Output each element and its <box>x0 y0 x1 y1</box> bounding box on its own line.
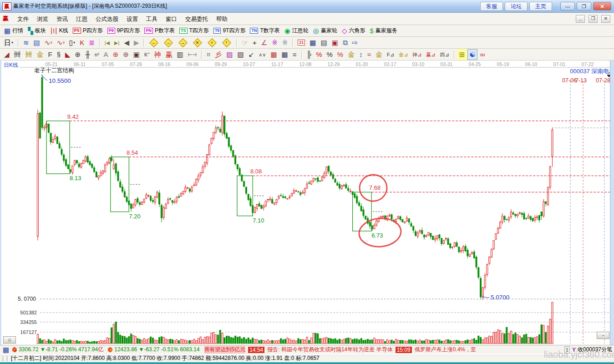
diamond-left-icon[interactable]: ← <box>147 37 161 48</box>
trend-curve-icon[interactable]: ≋ <box>21 37 31 48</box>
knife-tool-icon[interactable]: ◢ <box>2 49 11 60</box>
memo-icon[interactable]: ▤ <box>319 37 329 48</box>
vertical-scrollbar[interactable] <box>610 61 614 345</box>
circle-grid-icon[interactable]: ⊕ <box>73 49 83 60</box>
gann-flower-icon[interactable]: ※ <box>270 37 279 48</box>
frame-tool-icon[interactable]: ⌗ <box>205 49 212 60</box>
save-icon[interactable]: ▣ <box>330 37 340 48</box>
quotes-button[interactable]: ▦行情 <box>2 25 25 36</box>
news-ticker[interactable]: 将有望达到5亿元14:54报告: 韩国今年贸易收支或时隔14年转为逆差 半导体1… <box>203 346 563 354</box>
a-ruler-icon[interactable]: A <box>102 49 110 60</box>
prev-page-icon[interactable]: ◀ <box>122 37 131 48</box>
shen-tool-icon[interactable]: 神 <box>152 49 163 60</box>
updown-icon[interactable]: ↕ <box>357 49 365 60</box>
fan-box2-icon[interactable]: ▧ <box>236 49 246 60</box>
candle-style-dropdown[interactable]: ▯▾ <box>67 37 77 48</box>
maximize-button[interactable]: ❐ <box>577 2 591 10</box>
f10-panel-icon[interactable]: ▤ <box>32 37 42 48</box>
scroll-right-button[interactable]: → <box>597 332 609 339</box>
web-icon[interactable]: ▣ <box>132 49 142 60</box>
infinity-icon[interactable]: ∞ <box>478 49 487 60</box>
mdi-control-1[interactable]: ❐ <box>589 15 598 23</box>
comb2-icon[interactable]: ╫ <box>83 49 92 60</box>
gold-tool-icon[interactable]: 金 <box>35 49 46 60</box>
yinyang-icon[interactable]: ☯ <box>467 49 477 60</box>
slope-gold-icon[interactable]: 金⊿ <box>397 49 410 60</box>
win-tool-icon[interactable]: 赢 <box>164 49 174 60</box>
slope-f-icon[interactable]: F⊿ <box>385 49 396 60</box>
chart-area[interactable]: 05-2106-1107-0507-2608-1609-0609-2910-27… <box>0 61 614 345</box>
hexagon-button[interactable]: ◇六角形 <box>340 25 367 36</box>
pct-line-icon[interactable]: % <box>335 49 345 60</box>
kline-overlay-icon[interactable]: K <box>78 37 86 48</box>
mdi-control-2[interactable]: ✕ <box>601 15 610 23</box>
candlestick-chart[interactable]: 05-2106-1107-0507-2608-1609-0609-2910-27… <box>1 61 614 345</box>
slope-four-icon[interactable]: 四⊿ <box>438 49 451 60</box>
next-page-icon[interactable]: ▶ <box>132 37 141 48</box>
t-square-button[interactable]: TST四方形 <box>178 25 211 36</box>
diamond-all-icon[interactable]: * <box>220 37 233 48</box>
menu-item-5[interactable]: 设置 <box>122 14 142 24</box>
target-icon[interactable]: ⊕ <box>111 49 121 60</box>
winner-wheel-button[interactable]: ◎赢家轮 <box>311 25 339 36</box>
volume-profile-icon[interactable]: ≣ <box>87 37 96 48</box>
first-page-icon[interactable]: |◀ <box>103 37 112 48</box>
period-day-dropdown[interactable]: 日▾ <box>2 37 15 48</box>
minimize-button[interactable]: — <box>560 2 575 10</box>
wave9-icon[interactable]: ∿9 <box>55 37 66 48</box>
winner-service-button[interactable]: $赢家服务 <box>368 25 399 36</box>
menu-item-2[interactable]: 资讯 <box>52 14 72 24</box>
p-square-button[interactable]: PSP四方形 <box>71 25 105 36</box>
calendar-icon[interactable]: 21 <box>296 37 307 48</box>
menu-item-3[interactable]: 江恩 <box>72 14 91 24</box>
gold-comb-icon[interactable]: 卌 <box>24 49 34 60</box>
comb-tool-icon[interactable]: 卌 <box>12 49 23 60</box>
grid-red-icon[interactable]: ▦ <box>269 49 279 60</box>
menu-item-0[interactable]: 文件 <box>13 14 33 24</box>
diamond-hrange-icon[interactable]: ↔ <box>176 37 190 48</box>
mdi-control-0[interactable]: ＿ <box>576 15 585 23</box>
zigzag-icon[interactable]: ∧∨ <box>257 49 268 60</box>
homepage-button[interactable]: 主页 <box>529 2 552 11</box>
calculator-icon[interactable]: ▦ <box>308 37 318 48</box>
angle-tool-icon[interactable]: ∠ <box>259 37 269 48</box>
starburst-icon[interactable]: ⊛ <box>121 49 131 60</box>
slope-shen-icon[interactable]: 神⊿ <box>411 49 423 60</box>
price-count-icon[interactable]: ╠ <box>305 49 314 60</box>
k-note-icon[interactable]: K'' <box>142 49 152 60</box>
wave-fit-icon[interactable]: ≈ <box>365 49 373 60</box>
menu-item-7[interactable]: 窗口 <box>162 14 181 24</box>
grid-box-icon[interactable]: ▦ <box>280 49 290 60</box>
last-page-icon[interactable]: ▶| <box>112 37 121 48</box>
pct-icon[interactable]: % <box>325 49 335 60</box>
news-scroll-spinner[interactable]: ▲▼ <box>564 346 570 354</box>
f-comb-icon[interactable]: F <box>46 49 54 60</box>
brush-tool-icon[interactable]: ◣ <box>63 49 72 60</box>
fan-box-icon[interactable]: ▨ <box>224 49 234 60</box>
span-tool-icon[interactable]: ⊢⊣ <box>186 49 198 60</box>
gold-level-icon[interactable]: 金 <box>374 49 384 60</box>
diamond-expand-icon[interactable]: + <box>205 37 219 48</box>
coil-tool-icon[interactable]: § <box>55 49 62 60</box>
slope-win-icon[interactable]: 赢⊿ <box>424 49 437 60</box>
window-layout-icon[interactable]: ⧉ <box>341 37 350 48</box>
forum-button[interactable]: 论坛 <box>505 2 528 11</box>
menu-item-9[interactable]: 帮助 <box>212 14 232 24</box>
yellow-grid-icon[interactable]: ⊞ <box>457 49 467 60</box>
send-icon[interactable]: ⇨ <box>350 37 360 48</box>
sectors-button[interactable]: ▚板块 <box>26 25 48 36</box>
menu-item-8[interactable]: 交易委托 <box>181 14 212 24</box>
t-number-table-button[interactable]: TNT数字表 <box>248 25 281 36</box>
diamond-shrink-icon[interactable]: ✕ <box>191 37 204 48</box>
9t-square-button[interactable]: T99T四方形 <box>212 25 248 36</box>
p-number-table-button[interactable]: PNP数字表 <box>142 25 177 36</box>
wave3-icon[interactable]: ∿3 <box>43 37 54 48</box>
ruler123-icon[interactable]: ▥ <box>175 49 185 60</box>
pct-box-icon[interactable]: % <box>314 49 324 60</box>
n2-icon[interactable]: n² <box>93 49 101 60</box>
calendar-status-icon[interactable]: ▦ <box>2 345 10 354</box>
gann-wheel-button[interactable]: ◉江恩轮 <box>283 25 310 36</box>
trend-arrow-icon[interactable]: ↙ <box>247 49 256 60</box>
lines-icon[interactable]: ≡ <box>291 49 299 60</box>
menu-item-1[interactable]: 浏览 <box>33 14 52 24</box>
